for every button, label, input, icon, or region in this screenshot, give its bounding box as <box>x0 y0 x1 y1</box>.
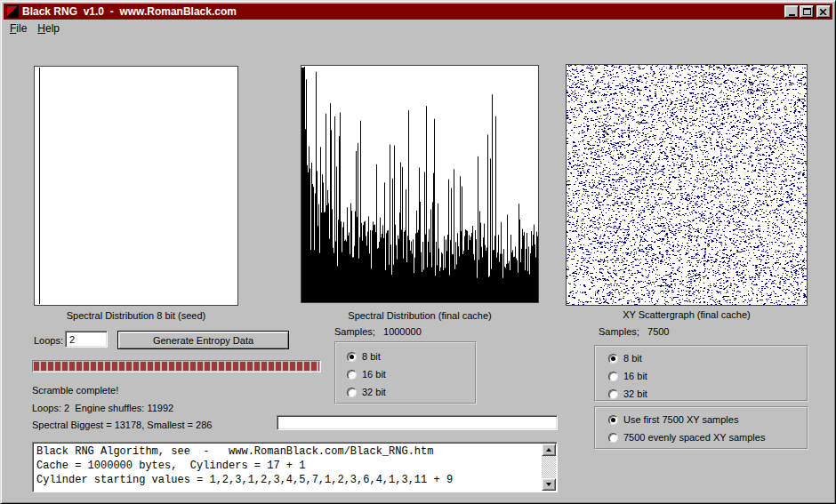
radio-label: 8 bit <box>362 351 381 362</box>
radio-icon <box>347 370 357 380</box>
radio-selected-icon <box>608 354 618 364</box>
samples-final-label: Samples; 1000000 <box>334 326 422 337</box>
xy-scatter-panel <box>566 64 808 306</box>
radio-label: 7500 evenly spaced XY samples <box>623 432 765 443</box>
radio-scatter-32bit[interactable]: 32 bit <box>608 388 807 400</box>
close-button[interactable] <box>816 5 831 18</box>
radio-icon <box>608 389 618 399</box>
radio-label: 8 bit <box>623 353 642 364</box>
window-title: Black RNG v1.0 - www.RomanBlack.com <box>22 5 784 18</box>
radio-final-8bit[interactable]: 8 bit <box>347 350 475 363</box>
final-spectral-panel <box>301 65 539 303</box>
radio-label: 16 bit <box>623 371 647 381</box>
radio-evenly-spaced-xy-samples[interactable]: 7500 evenly spaced XY samples <box>608 431 807 444</box>
radio-first-xy-samples[interactable]: Use first 7500 XY samples <box>608 413 807 426</box>
title-bar[interactable]: Black RNG v1.0 - www.RomanBlack.com <box>4 4 832 20</box>
info-line: Cache = 1000000 bytes, Cylinders = 17 + … <box>36 459 541 473</box>
final-spectral-canvas <box>301 66 538 302</box>
radio-icon <box>608 433 618 443</box>
minimize-button[interactable] <box>784 5 799 18</box>
info-line: Black RNG Algorithm, see - www.RomanBlac… <box>36 444 541 459</box>
seed-spectral-panel <box>34 66 238 306</box>
generate-entropy-button[interactable]: Generate Entropy Data <box>117 331 289 349</box>
vertical-scrollbar[interactable] <box>542 444 556 491</box>
status-scramble: Scramble complete! <box>32 385 118 396</box>
status-loops-shuffles: Loops: 2 Engine shuffles: 11992 <box>32 403 173 413</box>
xy-sampling-group: Use first 7500 XY samples 7500 evenly sp… <box>594 406 808 450</box>
seed-spectral-caption: Spectral Distribution 8 bit (seed) <box>34 310 238 321</box>
seed-spectral-canvas <box>35 67 237 305</box>
info-line: Cylinder starting values = 1,2,3,1,2,3,4… <box>36 473 541 487</box>
status-spectral-stats: Spectral Biggest = 13178, Smallest = 286 <box>32 420 212 430</box>
xy-scatter-canvas <box>567 65 807 305</box>
scroll-down-button[interactable] <box>542 478 556 491</box>
radio-final-32bit[interactable]: 32 bit <box>347 386 475 398</box>
info-text: Black RNG Algorithm, see - www.RomanBlac… <box>36 444 541 490</box>
samples-scatter-label: Samples; 7500 <box>599 326 670 337</box>
radio-icon <box>347 388 357 397</box>
radio-scatter-16bit[interactable]: 16 bit <box>608 370 807 382</box>
menu-help[interactable]: Help <box>32 21 65 36</box>
maximize-icon <box>803 8 811 15</box>
entropy-progress-bar <box>32 360 321 372</box>
close-icon <box>820 9 827 15</box>
loops-input[interactable] <box>65 331 108 348</box>
app-icon[interactable] <box>6 5 19 18</box>
maximize-button[interactable] <box>800 5 814 18</box>
arrow-down-icon <box>546 483 551 486</box>
loops-label: Loops: <box>34 335 63 346</box>
radio-final-16bit[interactable]: 16 bit <box>347 368 475 380</box>
radio-selected-icon <box>608 415 618 425</box>
progress-fill <box>34 362 319 371</box>
arrow-up-icon <box>546 448 551 452</box>
radio-label: Use first 7500 XY samples <box>623 414 738 425</box>
info-textbox[interactable]: Black RNG Algorithm, see - www.RomanBlac… <box>32 442 558 492</box>
radio-label: 32 bit <box>362 387 386 397</box>
minimize-icon <box>789 14 795 16</box>
app-window: Black RNG v1.0 - www.RomanBlack.com File… <box>0 0 836 504</box>
radio-scatter-8bit[interactable]: 8 bit <box>608 352 807 364</box>
radio-icon <box>608 372 618 381</box>
radio-selected-icon <box>347 352 357 362</box>
menu-bar: File Help <box>4 20 832 36</box>
xy-scatter-caption: XY Scattergraph (final cache) <box>566 309 808 320</box>
bit-depth-group-scatter: 8 bit 16 bit 32 bit <box>594 345 808 402</box>
radio-label: 32 bit <box>623 388 647 399</box>
secondary-progress-bar <box>277 415 558 430</box>
final-spectral-caption: Spectral Distribution (final cache) <box>301 310 539 321</box>
radio-label: 16 bit <box>362 369 386 380</box>
scroll-up-button[interactable] <box>542 444 556 456</box>
bit-depth-group-final: 8 bit 16 bit 32 bit <box>334 341 477 404</box>
menu-file[interactable]: File <box>4 21 32 36</box>
